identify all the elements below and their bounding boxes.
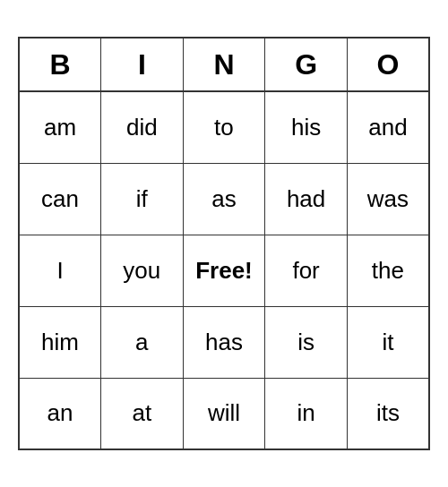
bingo-row-2: IyouFree!forthe	[19, 235, 429, 306]
bingo-cell-1-0: can	[19, 163, 101, 235]
bingo-row-4: anatwillinits	[19, 378, 429, 449]
header-col-b: B	[19, 38, 101, 91]
bingo-cell-0-4: and	[347, 91, 429, 163]
bingo-cell-2-2: Free!	[183, 235, 265, 306]
bingo-row-3: himahasisit	[19, 306, 429, 378]
bingo-cell-1-3: had	[265, 163, 348, 235]
header-col-i: I	[101, 38, 184, 91]
header-col-n: N	[183, 38, 265, 91]
bingo-cell-1-2: as	[183, 163, 265, 235]
bingo-cell-3-0: him	[19, 306, 101, 378]
bingo-cell-2-0: I	[19, 235, 101, 306]
bingo-row-1: canifashadwas	[19, 163, 429, 235]
header-col-o: O	[347, 38, 429, 91]
bingo-cell-4-2: will	[183, 378, 265, 449]
header-col-g: G	[265, 38, 348, 91]
bingo-cell-1-4: was	[347, 163, 429, 235]
bingo-cell-3-4: it	[347, 306, 429, 378]
bingo-cell-0-1: did	[101, 91, 184, 163]
bingo-cell-3-2: has	[183, 306, 265, 378]
bingo-cell-4-0: an	[19, 378, 101, 449]
bingo-cell-0-0: am	[19, 91, 101, 163]
bingo-cell-2-3: for	[265, 235, 348, 306]
bingo-cell-0-2: to	[183, 91, 265, 163]
bingo-cell-3-3: is	[265, 306, 348, 378]
bingo-cell-4-1: at	[101, 378, 184, 449]
bingo-cell-0-3: his	[265, 91, 348, 163]
bingo-cell-2-4: the	[347, 235, 429, 306]
bingo-card: BINGO amdidtohisandcanifashadwasIyouFree…	[18, 37, 430, 450]
bingo-cell-4-4: its	[347, 378, 429, 449]
bingo-cell-4-3: in	[265, 378, 348, 449]
bingo-header-row: BINGO	[19, 38, 429, 91]
bingo-cell-2-1: you	[101, 235, 184, 306]
bingo-cell-3-1: a	[101, 306, 184, 378]
bingo-cell-1-1: if	[101, 163, 184, 235]
bingo-row-0: amdidtohisand	[19, 91, 429, 163]
